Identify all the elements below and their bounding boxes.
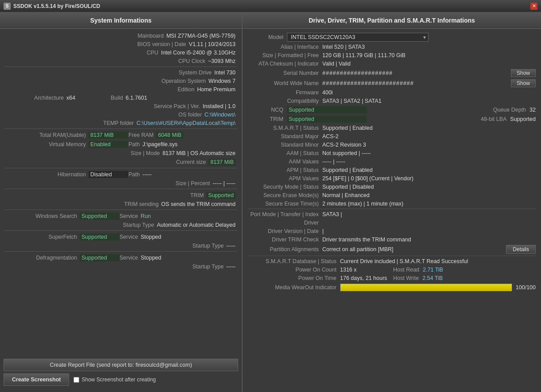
system-info-section: Mainboard MSI Z77MA-G45 (MS-7759) BIOS v… (0, 29, 242, 356)
queue-depth-value: 32 (529, 107, 536, 113)
win-search-svc-value: Run (141, 213, 151, 219)
hib-path-label: Path (128, 171, 140, 178)
hib-size-value: ----- | ----- (213, 180, 236, 186)
report-button[interactable]: Create Report File (send report to: fire… (4, 359, 238, 371)
virtual-mem-row: Virtual Memory Enabled Path J:\pagefile.… (4, 140, 237, 149)
screenshot-row: Create Screenshot Show Screenshot after … (4, 373, 238, 386)
aam-status-row: AAM | Status Not supported | ----- (248, 149, 536, 157)
secure-erase-time-label: Secure Erase Time(s) (248, 201, 319, 207)
win-search-row: Windows Search Supported Service Run (4, 211, 237, 221)
win-search-startup-row: Startup Type Automatic or Automatic Dela… (4, 221, 237, 229)
build-value: 6.1.7601 (126, 95, 147, 101)
defrag-svc-value: Stopped (141, 255, 162, 261)
smart-label: S.M.A.R.T | Status (248, 125, 319, 131)
secure-erase-label: Secure Erase Mode(s) (248, 192, 319, 198)
left-panel-header: System Informations (0, 12, 242, 29)
secure-erase-mode-row: Secure Erase Mode(s) Normal | Enhanced (248, 191, 536, 199)
ata-value: Valid | Valid (322, 61, 351, 67)
ncq-label: NCQ (248, 107, 283, 113)
hib-path-value: ----- (143, 171, 152, 178)
apm-values-value: 254 [$FE] | 0 [$00] (Current | Vendor) (322, 175, 413, 182)
apm-status-value: Supported | Enabled (322, 167, 373, 173)
std-major-label: Standard Major (248, 133, 319, 140)
trim-right-value: Supported (287, 116, 367, 123)
aam-values-label: AAM Values (248, 159, 319, 165)
app-icon: S (4, 3, 11, 10)
win-search-label: Windows Search (6, 213, 77, 219)
apm-values-row: APM Values 254 [$FE] | 0 [$00] (Current … (248, 174, 536, 182)
close-button[interactable]: ✕ (530, 3, 537, 10)
temp-folder-value: C:\Users\#USER#\AppData\Local\Temp\ (136, 120, 236, 126)
firmware-value: 400i (322, 89, 333, 96)
apm-values-label: APM Values (248, 175, 319, 182)
driver-ver-row: Driver Version | Date | (248, 227, 536, 235)
right-panel-header: Drive, Driver, TRIM, Partition and S.M.A… (243, 12, 541, 29)
wwn-show-button[interactable]: Show (511, 79, 536, 87)
arch-label: Architecture (6, 95, 64, 101)
defrag-startup-label: Startup Type (6, 264, 224, 270)
trim-sending-value: OS sends the TRIM command (161, 201, 236, 207)
host-write-label: Host Write (393, 275, 419, 281)
serial-label: Serial Number (248, 70, 319, 76)
bottom-buttons: Create Report File (send report to: fire… (0, 356, 242, 388)
vm-path-label: Path (128, 141, 140, 147)
model-dropdown-wrapper[interactable]: INTEL SSDSC2CW120A3 (287, 33, 429, 42)
hib-size-row: Size | Percent ----- | ----- (4, 179, 237, 187)
screenshot-button[interactable]: Create Screenshot (4, 373, 69, 386)
app-title: SSDOK v1.5.5.14 by Fire/SOUL/CD (13, 3, 100, 9)
os-value: Windows 7 (209, 78, 236, 84)
temp-folder-label: TEMP folder (6, 120, 134, 126)
win-search-value: Supported (80, 213, 120, 220)
smart-db-row: S.M.A.R.T Database | Status Current Driv… (248, 257, 536, 265)
ncq-value: Supported (287, 106, 367, 113)
vm-size-label: Size | Mode (6, 150, 160, 156)
superfetch-startup-row: Startup Type ----- (4, 241, 237, 250)
trim-sending-label: TRIM sending (6, 201, 158, 207)
trim-label: TRIM (6, 192, 204, 198)
driver-trim-value: Driver transmits the TRIM command (322, 237, 411, 243)
cpu-clock-value: ~3093 Mhz (208, 58, 236, 64)
serial-value: #################### (322, 70, 511, 76)
model-label: Model (248, 34, 283, 40)
superfetch-row: SuperFetch Supported Service Stopped (4, 232, 237, 241)
wearout-row: Media WearOut Indicator 100/100 (248, 282, 536, 292)
win-search-startup-label: Startup Type (6, 222, 154, 228)
hib-size-label: Size | Percent (6, 180, 210, 186)
os-folder-row: OS folder C:\Windows\ (4, 110, 237, 119)
size-value: 120 GB | 111.79 GiB | 111.70 GiB (322, 52, 406, 58)
apm-status-label: APM | Status (248, 167, 319, 173)
smart-value: Supported | Enabled (322, 125, 373, 131)
show-screenshot-checkbox-label[interactable]: Show Screenshot after creating (73, 376, 155, 383)
details-button[interactable]: Details (506, 245, 536, 254)
smart-db-value: Current Drive included | S.M.A.R.T Read … (340, 258, 468, 264)
power-count-label: Power On Count (248, 267, 336, 273)
host-write-value: 2.54 TiB (422, 275, 443, 281)
std-minor-value: ACS-2 Revision 3 (322, 142, 366, 148)
free-ram-label: Free RAM (128, 132, 154, 138)
alias-label: Alias | Interface (248, 44, 319, 50)
alias-row: Alias | Interface Intel 520 | SATA3 (248, 43, 536, 51)
smart-db-label: S.M.A.R.T Database | Status (248, 258, 336, 264)
virtual-mem-label: Virtual Memory (6, 141, 86, 147)
ata-label: ATA Cheksum | Indicator (248, 61, 319, 67)
wwn-label: World Wide Name (248, 80, 319, 86)
serial-show-button[interactable]: Show (511, 69, 536, 77)
port-mode-label: Port Mode | Transfer | Index (248, 211, 319, 217)
wwn-row: World Wide Name ########################… (248, 78, 536, 88)
model-select[interactable]: INTEL SSDSC2CW120A3 (287, 33, 429, 42)
system-drive-row: System Drive Intel 730 (4, 68, 237, 77)
bios-value: V1.11 | 10/24/2013 (189, 41, 236, 47)
os-row: Operation System Windows 7 (4, 77, 237, 85)
hibernation-value: Disabled (89, 171, 128, 178)
os-folder-label: OS folder (6, 112, 202, 118)
security-mode-value: Supported | Disabled (322, 184, 374, 190)
cpu-value: Intel Core i5-2400 @ 3.10GHz (161, 50, 236, 56)
driver-trim-label: Driver TRIM Check (248, 237, 319, 243)
show-screenshot-checkbox[interactable] (73, 377, 79, 383)
hibernation-label: Hibernation (6, 171, 86, 178)
partition-row: Partition Alignments Correct on all part… (248, 244, 536, 255)
sp-label: Service Pack | Ver. (6, 103, 200, 109)
defrag-value: Supported (80, 254, 120, 261)
ncq-row: NCQ Supported Queue Depth 32 (248, 105, 536, 114)
driver-row: Driver (248, 218, 536, 227)
